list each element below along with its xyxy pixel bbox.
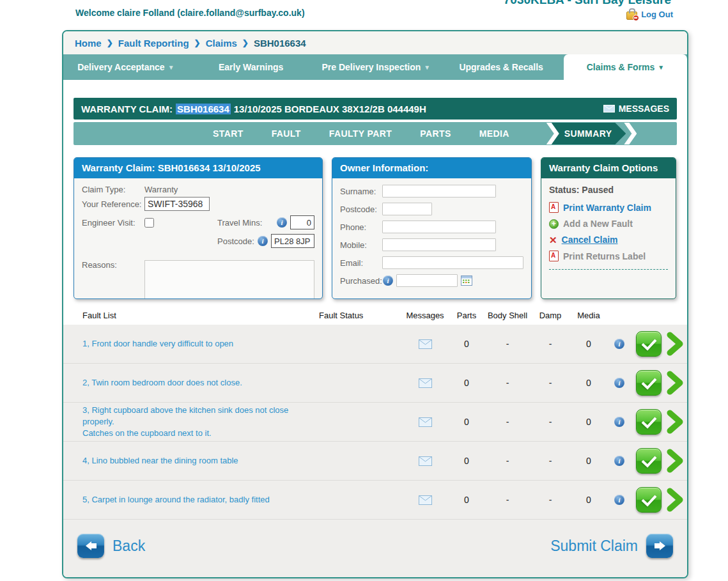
- breadcrumb: Home ❯ Fault Reporting ❯ Claims ❯ SBH016…: [63, 31, 687, 54]
- info-icon[interactable]: [277, 217, 287, 228]
- mobile-label: Mobile:: [340, 240, 382, 250]
- fault-table-header: Fault List Fault Status Messages Parts B…: [63, 306, 687, 325]
- col-parts: Parts: [457, 311, 476, 320]
- tab-upgrades-recalls[interactable]: Upgrades & Recalls: [438, 54, 564, 80]
- info-icon[interactable]: [614, 495, 624, 505]
- row-messages-button[interactable]: [419, 417, 432, 427]
- breadcrumb-claims[interactable]: Claims: [206, 38, 237, 49]
- breadcrumb-home[interactable]: Home: [75, 38, 102, 49]
- fault-complete-button[interactable]: [636, 409, 662, 435]
- fault-description-link[interactable]: 5, Carpet in lounge around the radiator,…: [82, 494, 319, 506]
- info-icon[interactable]: [383, 275, 393, 286]
- claim-title-prefix: WARRANTY CLAIM:: [81, 104, 173, 114]
- step-parts[interactable]: PARTS: [420, 128, 451, 139]
- arrow-right-icon: [646, 534, 673, 558]
- messages-button[interactable]: MESSAGES: [603, 104, 669, 114]
- purchased-input[interactable]: [396, 274, 458, 287]
- pdf-icon: [549, 202, 559, 213]
- step-start[interactable]: START: [213, 128, 244, 139]
- submit-claim-button[interactable]: Submit Claim: [542, 534, 673, 558]
- fault-complete-button[interactable]: [636, 331, 662, 357]
- add-icon: [549, 219, 559, 229]
- breadcrumb-fault-reporting[interactable]: Fault Reporting: [118, 38, 189, 49]
- step-summary-label: SUMMARY: [564, 128, 612, 139]
- tab-early-warnings[interactable]: Early Warnings: [189, 54, 314, 80]
- link-label: Print Returns Label: [563, 251, 646, 261]
- fault-description-link[interactable]: 4, Lino bubbled near the dining room tab…: [82, 455, 319, 467]
- engineer-visit-label: Engineer Visit:: [82, 218, 144, 228]
- claim-options-panel: Warranty Claim Options Status: Paused Pr…: [541, 157, 676, 299]
- travel-mins-input[interactable]: [290, 215, 314, 229]
- messages-label: MESSAGES: [619, 104, 669, 114]
- back-button[interactable]: Back: [77, 534, 153, 558]
- fault-complete-button[interactable]: [636, 487, 662, 513]
- info-icon[interactable]: [614, 378, 624, 388]
- row-messages-button[interactable]: [419, 378, 432, 388]
- cancel-claim-link[interactable]: Cancel Claim: [549, 235, 668, 245]
- calendar-icon[interactable]: [461, 275, 472, 286]
- row-messages-button[interactable]: [419, 495, 432, 505]
- engineer-postcode-input[interactable]: [271, 234, 314, 248]
- tab-label: Pre Delivery Inspection: [322, 62, 421, 72]
- step-navigation: START FAULT FAULTY PART PARTS MEDIA SUMM…: [74, 122, 677, 145]
- your-reference-input[interactable]: [144, 197, 210, 211]
- reasons-textarea[interactable]: [144, 260, 314, 299]
- chevron-down-icon: ▼: [424, 64, 430, 71]
- fault-complete-button[interactable]: [636, 448, 662, 474]
- phone-label: Phone:: [340, 222, 382, 232]
- info-icon[interactable]: [614, 456, 624, 466]
- step-faulty-part[interactable]: FAULTY PART: [329, 128, 392, 139]
- col-damp: Damp: [539, 311, 562, 320]
- tab-claims-forms[interactable]: Claims & Forms ▼: [564, 54, 687, 80]
- logout-button[interactable]: Log Out: [626, 9, 673, 20]
- link-label: Add a New Fault: [563, 219, 633, 229]
- owner-postcode-input[interactable]: [382, 203, 432, 215]
- logout-label: Log Out: [641, 10, 673, 19]
- open-fault-chevron-icon[interactable]: [665, 410, 687, 434]
- engineer-visit-checkbox[interactable]: [144, 218, 154, 228]
- fault-row: 5, Carpet in lounge around the radiator,…: [63, 481, 687, 520]
- fault-description-link[interactable]: 3, Right cupboard above the kitchen sink…: [82, 405, 319, 440]
- fault-complete-button[interactable]: [636, 370, 662, 396]
- envelope-icon: [419, 378, 432, 388]
- print-warranty-claim-link[interactable]: Print Warranty Claim: [549, 202, 668, 213]
- fault-description-link[interactable]: 2, Twin room bedroom door does not close…: [82, 377, 319, 389]
- email-input[interactable]: [382, 256, 523, 269]
- open-fault-chevron-icon[interactable]: [665, 371, 687, 395]
- check-icon: [641, 491, 656, 506]
- fault-rows: 1, Front door handle very difficult to o…: [63, 325, 687, 520]
- step-media[interactable]: MEDIA: [479, 128, 509, 139]
- step-summary-active[interactable]: SUMMARY: [546, 123, 637, 144]
- info-icon[interactable]: [614, 417, 624, 427]
- engineer-postcode-label: Postcode:: [217, 236, 254, 246]
- media-count: 0: [586, 495, 591, 505]
- body-shell-value: -: [506, 378, 509, 388]
- tab-delivery-acceptance[interactable]: Delivery Acceptance ▼: [63, 54, 189, 80]
- row-messages-button[interactable]: [419, 339, 432, 349]
- print-returns-label-link: Print Returns Label: [549, 251, 668, 261]
- open-fault-chevron-icon[interactable]: [665, 449, 687, 473]
- cancel-icon: [549, 235, 557, 245]
- info-icon[interactable]: [258, 236, 268, 246]
- surname-input[interactable]: [382, 185, 496, 198]
- open-fault-chevron-icon[interactable]: [665, 488, 687, 512]
- tab-pre-delivery-inspection[interactable]: Pre Delivery Inspection ▼: [314, 54, 439, 80]
- open-fault-chevron-icon[interactable]: [665, 332, 687, 356]
- surname-label: Surname:: [340, 187, 382, 196]
- check-icon: [641, 374, 656, 389]
- account-title: 7030KLBA - Surf Bay Leisure: [504, 0, 671, 7]
- mobile-input[interactable]: [382, 238, 496, 251]
- step-fault[interactable]: FAULT: [272, 128, 301, 139]
- col-media: Media: [577, 311, 600, 320]
- warranty-claim-panel-title: Warranty Claim: SBH016634 13/10/2025: [74, 158, 322, 178]
- phone-input[interactable]: [382, 221, 496, 233]
- purchased-label: Purchased:: [340, 276, 380, 286]
- fault-description-link[interactable]: 1, Front door handle very difficult to o…: [82, 338, 319, 350]
- claim-title-bar: WARRANTY CLAIM: SBH016634 13/10/2025 BOR…: [74, 98, 677, 120]
- breadcrumb-separator-icon: ❯: [194, 38, 201, 47]
- info-icon[interactable]: [614, 339, 624, 349]
- damp-value: -: [549, 417, 552, 427]
- row-messages-button[interactable]: [419, 456, 432, 466]
- your-reference-label: Your Reference:: [82, 199, 144, 209]
- owner-information-title: Owner Information:: [332, 158, 531, 178]
